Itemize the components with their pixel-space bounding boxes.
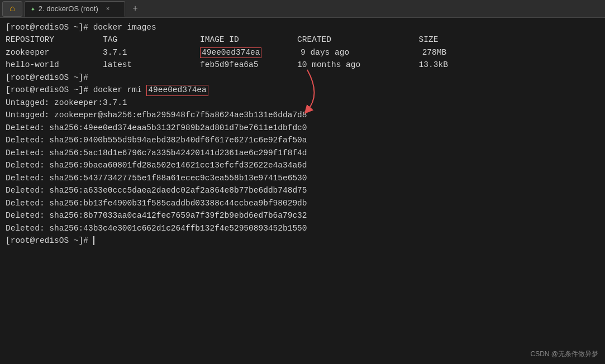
new-tab-button[interactable]: + [127,2,143,16]
rmi-command-line: [root@redisOS ~]# docker rmi 49ee0ed374e… [6,84,599,96]
title-bar: ⌂ ✦ 2. dockerOS (root) × + [0,0,605,18]
hello-world-row: hello-world latest feb5d9fea6a5 10 month… [6,59,599,71]
rmi-image-id: 49ee0ed374ea [146,85,208,95]
terminal-line: [root@redisOS ~]# [6,71,599,84]
terminal-line: [root@redisOS ~]# docker images [6,21,599,33]
zookeeper-image-id: 49ee0ed374ea [200,47,261,58]
terminal-line: Deleted: sha256:5ac18d1e6796c7a335b42420… [6,147,599,159]
terminal-line: Untagged: zookeeper@sha256:efba295948fc7… [6,109,599,121]
terminal-line: Deleted: sha256:49ee0ed374eaa5b3132f989b… [6,122,599,134]
terminal-line: Deleted: sha256:8b77033aa0ca412fec7659a7… [6,209,599,222]
watermark: CSDN @无条件做异梦 [530,349,598,360]
active-tab[interactable]: ✦ 2. dockerOS (root) × [25,1,125,17]
terminal-line: Deleted: sha256:bb13fe4900b31f585caddbd0… [6,197,599,209]
home-icon: ⌂ [9,4,15,14]
tab-title: 2. dockerOS (root) [39,4,98,13]
terminal-line: Deleted: sha256:543773427755e1f88a61ecec… [6,172,599,184]
terminal-line: Deleted: sha256:43b3c4e3001c662d1c264ffb… [6,222,599,234]
terminal-line: Deleted: sha256:a633e0ccc5daea2daedc02af… [6,184,599,197]
terminal-line: Untagged: zookeeper:3.7.1 [6,97,599,109]
zookeeper-row: zookeeper 3.7.1 49ee0ed374ea 9 days ago … [6,46,599,59]
close-tab-button[interactable]: × [106,6,110,12]
terminal-line: [root@redisOS ~]# [6,234,599,247]
terminal-icon: ✦ [31,4,35,13]
terminal-area: [root@redisOS ~]# docker images REPOSITO… [0,18,605,364]
terminal-line: Deleted: sha256:9baea60801fd28a502e14621… [6,159,599,171]
column-headers: REPOSITORY TAG IMAGE ID CREATED SIZE [6,33,599,46]
home-tab[interactable]: ⌂ [2,1,22,17]
terminal-line: Deleted: sha256:0400b555d9b94aebd382b40d… [6,134,599,146]
